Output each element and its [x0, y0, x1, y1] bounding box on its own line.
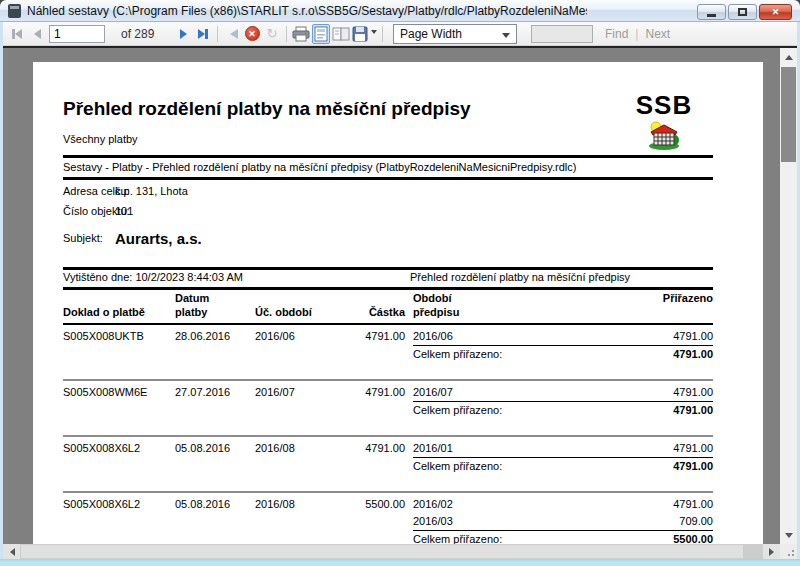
cell-prirazeno: 709.00: [679, 513, 713, 530]
scrollbar-corner: [780, 544, 797, 559]
spacer: [63, 346, 413, 363]
horizontal-scrollbar[interactable]: [3, 544, 797, 559]
col-prirazeno: Přiřazeno: [663, 291, 713, 319]
app-window: Náhled sestavy (C:\Program Files (x86)\S…: [0, 0, 800, 566]
refresh-icon: ↻: [267, 26, 278, 41]
object-number-value: 101: [115, 205, 133, 217]
cell-doklad: S005X008X6L2: [63, 440, 175, 457]
logo-text: SSB: [621, 92, 707, 118]
divider: [63, 155, 713, 158]
first-page-button[interactable]: [8, 24, 26, 44]
minimize-icon: [707, 14, 716, 17]
zoom-select[interactable]: Page Width: [393, 24, 517, 44]
close-button[interactable]: ✕: [759, 4, 792, 20]
cell-doklad: S005X008WM6E: [63, 384, 175, 401]
cell-prirazeno: 4791.00: [673, 384, 713, 401]
scroll-down-button[interactable]: [780, 527, 797, 544]
cell-obdobi-predpisu: 2016/02: [413, 496, 673, 513]
last-page-button[interactable]: [194, 24, 212, 44]
horizontal-scrollbar-thumb[interactable]: [21, 545, 743, 558]
cell-doklad: [63, 513, 175, 530]
find-button[interactable]: Find: [605, 27, 628, 41]
next-page-button[interactable]: [174, 24, 192, 44]
window-border-bottom: [0, 559, 800, 566]
subject-row: Subjekt: Aurarts, a.s.: [63, 232, 103, 244]
report-filter: Všechny platby: [63, 133, 138, 145]
col-castka: Částka: [355, 305, 405, 319]
back-button[interactable]: [223, 24, 241, 44]
allocation: 2016/03709.00: [413, 513, 713, 530]
divider: [63, 287, 713, 290]
total-label: Celkem přiřazeno:: [413, 458, 673, 475]
refresh-button[interactable]: ↻: [263, 24, 281, 44]
cell-obdobi-predpisu: 2016/01: [413, 440, 673, 457]
cell-uc-obdobi: 2016/07: [255, 384, 355, 401]
divider: [63, 267, 713, 270]
cell-datum: 28.06.2016: [175, 328, 255, 345]
total-value: 4791.00: [673, 346, 713, 363]
page-setup-icon: [332, 26, 350, 42]
scroll-right-button[interactable]: [763, 544, 780, 559]
total-section: Celkem přiřazeno:4791.00: [413, 346, 713, 363]
arrow-up-icon: [785, 51, 793, 60]
divider: [63, 323, 713, 325]
export-button[interactable]: [352, 24, 377, 44]
page-number-input[interactable]: [49, 25, 105, 43]
scroll-left-button[interactable]: [3, 544, 20, 559]
group-separator: [63, 379, 713, 381]
vertical-scrollbar-thumb[interactable]: [781, 67, 796, 162]
export-dropdown-icon: [371, 30, 377, 37]
print-layout-button[interactable]: [312, 24, 330, 44]
cell-doklad: S005X008X6L2: [63, 496, 175, 513]
report-toolbar: of 289 ✕ ↻: [3, 22, 797, 46]
printed-value: 10/2/2023 8:44:03 AM: [135, 271, 243, 283]
cell-castka: [355, 513, 405, 530]
arrow-right-icon: [769, 548, 778, 556]
cell-prirazeno: 4791.00: [673, 440, 713, 457]
printer-icon: [292, 26, 310, 42]
stop-rendering-button[interactable]: ✕: [243, 24, 261, 44]
search-input[interactable]: [531, 25, 593, 43]
total-label: Celkem přiřazeno:: [413, 402, 673, 419]
col-obdobi-predpisu: Obdobípředpisu: [413, 291, 663, 319]
cell-castka: 4791.00: [355, 440, 405, 457]
arrow-down-icon: [785, 533, 793, 542]
vertical-scrollbar[interactable]: [780, 48, 797, 544]
cell-obdobi-predpisu: 2016/06: [413, 328, 673, 345]
table-body: S005X008UKTB28.06.20162016/064791.002016…: [63, 328, 713, 544]
allocation: 2016/024791.00: [413, 496, 713, 513]
spacer: [405, 328, 413, 345]
total-row: Celkem přiřazeno:4791.00: [63, 402, 713, 419]
total-row: Celkem přiřazeno:4791.00: [63, 458, 713, 475]
maximize-button[interactable]: [728, 4, 757, 20]
report-path-line: Sestavy - Platby - Přehled rozdělení pla…: [63, 161, 576, 173]
total-row: Celkem přiřazeno:4791.00: [63, 346, 713, 363]
last-page-icon: [198, 29, 205, 39]
find-next-button[interactable]: Next: [645, 27, 670, 41]
object-number-row: Číslo objektu: 101: [63, 205, 130, 217]
table-row: S005X008X6L205.08.20162016/084791.002016…: [63, 440, 713, 457]
spacer: [405, 513, 413, 530]
titlebar: Náhled sestavy (C:\Program Files (x86)\S…: [0, 0, 800, 22]
chevron-down-icon: [502, 33, 510, 42]
scroll-up-button[interactable]: [780, 48, 797, 65]
back-icon: [225, 29, 238, 39]
find-next-separator: |: [635, 27, 638, 41]
col-datum-platby: Datumplatby: [175, 291, 255, 319]
print-button[interactable]: [292, 24, 310, 44]
cell-prirazeno: 4791.00: [673, 328, 713, 345]
total-value: 4791.00: [673, 402, 713, 419]
previous-page-button[interactable]: [28, 24, 46, 44]
report-title: Přehled rozdělení platby na měsíční před…: [63, 98, 471, 120]
minimize-button[interactable]: [697, 4, 726, 20]
page-setup-button[interactable]: [332, 24, 350, 44]
total-value: 5500.00: [673, 531, 713, 544]
window-title: Náhled sestavy (C:\Program Files (x86)\S…: [27, 4, 587, 18]
print-layout-icon: [314, 26, 328, 42]
maximize-icon: [738, 8, 747, 16]
total-value: 4791.00: [673, 458, 713, 475]
cell-datum: 05.08.2016: [175, 496, 255, 513]
cell-uc-obdobi: 2016/08: [255, 440, 355, 457]
spacer: [405, 496, 413, 513]
close-icon: ✕: [772, 7, 780, 17]
